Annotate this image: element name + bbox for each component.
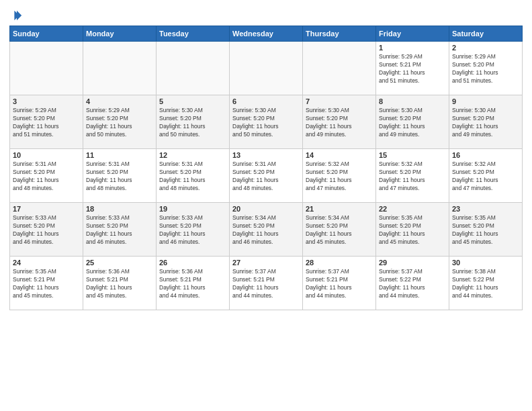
day-info: Sunrise: 5:35 AMSunset: 5:20 PMDaylight:… <box>452 214 519 246</box>
calendar-cell: 9Sunrise: 5:30 AMSunset: 5:20 PMDaylight… <box>449 95 523 149</box>
calendar-cell <box>83 42 157 95</box>
day-info: Sunrise: 5:30 AMSunset: 5:20 PMDaylight:… <box>306 107 373 139</box>
day-info: Sunrise: 5:31 AMSunset: 5:20 PMDaylight:… <box>13 161 80 193</box>
day-info: Sunrise: 5:32 AMSunset: 5:20 PMDaylight:… <box>379 161 446 193</box>
header-row: SundayMondayTuesdayWednesdayThursdayFrid… <box>10 26 523 42</box>
calendar-cell <box>230 42 303 95</box>
calendar-cell: 2Sunrise: 5:29 AMSunset: 5:20 PMDaylight… <box>449 42 523 95</box>
calendar-cell: 14Sunrise: 5:32 AMSunset: 5:20 PMDayligh… <box>303 149 376 203</box>
week-row-1: 1Sunrise: 5:29 AMSunset: 5:21 PMDaylight… <box>10 42 523 95</box>
day-info: Sunrise: 5:31 AMSunset: 5:20 PMDaylight:… <box>86 161 153 193</box>
calendar-table: SundayMondayTuesdayWednesdayThursdayFrid… <box>9 26 523 310</box>
day-info: Sunrise: 5:36 AMSunset: 5:21 PMDaylight:… <box>86 268 153 300</box>
calendar-cell: 24Sunrise: 5:35 AMSunset: 5:21 PMDayligh… <box>10 257 83 310</box>
header-cell-sunday: Sunday <box>10 26 83 42</box>
day-info: Sunrise: 5:29 AMSunset: 5:20 PMDaylight:… <box>452 53 519 85</box>
day-number: 25 <box>86 259 153 267</box>
calendar-cell: 7Sunrise: 5:30 AMSunset: 5:20 PMDaylight… <box>303 95 376 149</box>
week-row-5: 24Sunrise: 5:35 AMSunset: 5:21 PMDayligh… <box>10 257 523 310</box>
calendar-cell: 5Sunrise: 5:30 AMSunset: 5:20 PMDaylight… <box>157 95 230 149</box>
day-info: Sunrise: 5:31 AMSunset: 5:20 PMDaylight:… <box>159 161 226 193</box>
day-number: 13 <box>232 151 300 159</box>
calendar-cell: 22Sunrise: 5:35 AMSunset: 5:20 PMDayligh… <box>376 203 449 257</box>
calendar-cell <box>157 42 230 95</box>
header-cell-monday: Monday <box>83 26 157 42</box>
day-info: Sunrise: 5:33 AMSunset: 5:20 PMDaylight:… <box>86 214 153 246</box>
day-number: 26 <box>159 259 226 267</box>
day-info: Sunrise: 5:35 AMSunset: 5:21 PMDaylight:… <box>13 268 80 300</box>
calendar-cell <box>10 42 83 95</box>
header-cell-wednesday: Wednesday <box>230 26 303 42</box>
day-number: 2 <box>452 44 519 52</box>
day-number: 4 <box>86 97 153 105</box>
day-info: Sunrise: 5:30 AMSunset: 5:20 PMDaylight:… <box>159 107 226 139</box>
day-number: 7 <box>306 97 373 105</box>
calendar-cell: 17Sunrise: 5:33 AMSunset: 5:20 PMDayligh… <box>10 203 83 257</box>
header-cell-tuesday: Tuesday <box>157 26 230 42</box>
day-info: Sunrise: 5:31 AMSunset: 5:20 PMDaylight:… <box>232 161 300 193</box>
day-number: 24 <box>13 259 80 267</box>
day-info: Sunrise: 5:32 AMSunset: 5:20 PMDaylight:… <box>306 161 373 193</box>
day-info: Sunrise: 5:29 AMSunset: 5:20 PMDaylight:… <box>86 107 153 139</box>
day-number: 18 <box>86 205 153 213</box>
day-info: Sunrise: 5:37 AMSunset: 5:22 PMDaylight:… <box>379 268 446 300</box>
day-number: 22 <box>379 205 446 213</box>
calendar-cell: 18Sunrise: 5:33 AMSunset: 5:20 PMDayligh… <box>83 203 157 257</box>
day-number: 11 <box>86 151 153 159</box>
calendar-cell: 26Sunrise: 5:36 AMSunset: 5:21 PMDayligh… <box>157 257 230 310</box>
day-number: 28 <box>306 259 373 267</box>
calendar-cell: 10Sunrise: 5:31 AMSunset: 5:20 PMDayligh… <box>10 149 83 203</box>
day-info: Sunrise: 5:33 AMSunset: 5:20 PMDaylight:… <box>13 214 80 246</box>
day-number: 19 <box>159 205 226 213</box>
day-number: 20 <box>232 205 300 213</box>
calendar-cell: 21Sunrise: 5:34 AMSunset: 5:20 PMDayligh… <box>303 203 376 257</box>
day-number: 12 <box>159 151 226 159</box>
header-cell-friday: Friday <box>376 26 449 42</box>
page: SundayMondayTuesdayWednesdayThursdayFrid… <box>0 0 532 411</box>
day-info: Sunrise: 5:37 AMSunset: 5:21 PMDaylight:… <box>232 268 300 300</box>
day-info: Sunrise: 5:30 AMSunset: 5:20 PMDaylight:… <box>452 107 519 139</box>
header <box>9 7 523 21</box>
day-number: 3 <box>13 97 80 105</box>
header-cell-thursday: Thursday <box>303 26 376 42</box>
day-number: 21 <box>306 205 373 213</box>
calendar-cell: 11Sunrise: 5:31 AMSunset: 5:20 PMDayligh… <box>83 149 157 203</box>
day-number: 8 <box>379 97 446 105</box>
calendar-cell: 4Sunrise: 5:29 AMSunset: 5:20 PMDaylight… <box>83 95 157 149</box>
day-number: 10 <box>13 151 80 159</box>
day-info: Sunrise: 5:29 AMSunset: 5:20 PMDaylight:… <box>13 107 80 139</box>
calendar-cell: 27Sunrise: 5:37 AMSunset: 5:21 PMDayligh… <box>230 257 303 310</box>
calendar-cell: 1Sunrise: 5:29 AMSunset: 5:21 PMDaylight… <box>376 42 449 95</box>
day-number: 30 <box>452 259 519 267</box>
week-row-3: 10Sunrise: 5:31 AMSunset: 5:20 PMDayligh… <box>10 149 523 203</box>
day-info: Sunrise: 5:37 AMSunset: 5:21 PMDaylight:… <box>306 268 373 300</box>
week-row-4: 17Sunrise: 5:33 AMSunset: 5:20 PMDayligh… <box>10 203 523 257</box>
day-number: 17 <box>13 205 80 213</box>
calendar-cell: 28Sunrise: 5:37 AMSunset: 5:21 PMDayligh… <box>303 257 376 310</box>
day-info: Sunrise: 5:35 AMSunset: 5:20 PMDaylight:… <box>379 214 446 246</box>
day-number: 5 <box>159 97 226 105</box>
day-info: Sunrise: 5:38 AMSunset: 5:22 PMDaylight:… <box>452 268 519 300</box>
calendar-cell: 23Sunrise: 5:35 AMSunset: 5:20 PMDayligh… <box>449 203 523 257</box>
day-number: 9 <box>452 97 519 105</box>
day-number: 1 <box>379 44 446 52</box>
calendar-cell <box>303 42 376 95</box>
day-info: Sunrise: 5:34 AMSunset: 5:20 PMDaylight:… <box>306 214 373 246</box>
logo <box>9 9 23 21</box>
calendar-cell: 20Sunrise: 5:34 AMSunset: 5:20 PMDayligh… <box>230 203 303 257</box>
week-row-2: 3Sunrise: 5:29 AMSunset: 5:20 PMDaylight… <box>10 95 523 149</box>
calendar-cell: 30Sunrise: 5:38 AMSunset: 5:22 PMDayligh… <box>449 257 523 310</box>
day-number: 29 <box>379 259 446 267</box>
day-number: 6 <box>232 97 300 105</box>
calendar-cell: 3Sunrise: 5:29 AMSunset: 5:20 PMDaylight… <box>10 95 83 149</box>
day-info: Sunrise: 5:33 AMSunset: 5:20 PMDaylight:… <box>159 214 226 246</box>
day-info: Sunrise: 5:36 AMSunset: 5:21 PMDaylight:… <box>159 268 226 300</box>
day-info: Sunrise: 5:30 AMSunset: 5:20 PMDaylight:… <box>379 107 446 139</box>
day-number: 15 <box>379 151 446 159</box>
day-info: Sunrise: 5:30 AMSunset: 5:20 PMDaylight:… <box>232 107 300 139</box>
header-cell-saturday: Saturday <box>449 26 523 42</box>
calendar-cell: 6Sunrise: 5:30 AMSunset: 5:20 PMDaylight… <box>230 95 303 149</box>
day-number: 27 <box>232 259 300 267</box>
day-number: 14 <box>306 151 373 159</box>
logo-flag-icon <box>11 9 23 21</box>
